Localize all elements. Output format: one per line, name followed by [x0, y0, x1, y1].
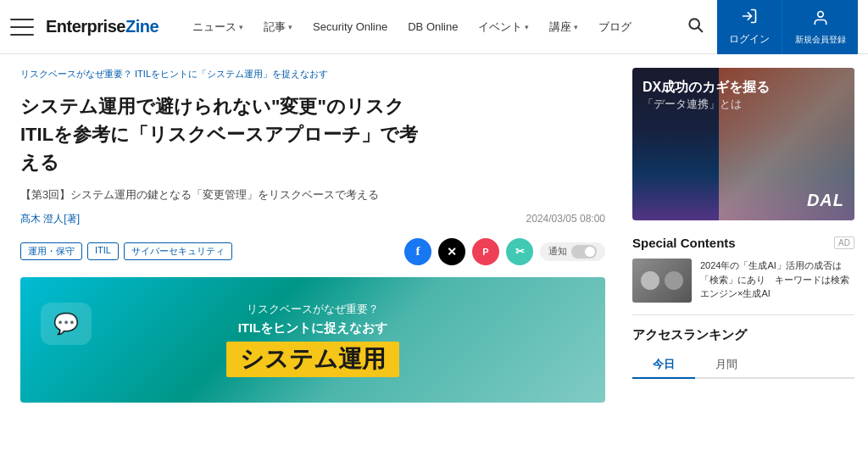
ranking-title: アクセスランキング [632, 327, 854, 343]
toggle-switch-icon [571, 245, 597, 259]
thumbnail-image [632, 259, 692, 303]
hamburger-menu-icon[interactable] [10, 19, 34, 36]
ad-banner-subtitle: 「データ連携」とは [643, 97, 844, 112]
article-author[interactable]: 髙木 澄人[著] [20, 212, 80, 226]
main-container: リスクベースがなぜ重要？ ITILをヒントに「システム運用」を捉えなおす システ… [0, 54, 868, 456]
image-text-1: リスクベースがなぜ重要？ [247, 302, 379, 317]
chevron-down-icon: ▾ [288, 23, 292, 31]
chevron-down-icon: ▾ [239, 23, 243, 31]
tag-cybersecurity[interactable]: サイバーセキュリティ [124, 242, 232, 260]
special-content-item[interactable]: 2024年の「生成AI」活用の成否は「検索」にあり キーワードは検索エンジン×生… [632, 259, 854, 303]
image-text-3: システム運用 [226, 342, 399, 377]
main-nav: ニュース ▾ 記事 ▾ Security Online DB Online イベ… [184, 13, 673, 42]
article-meta: 髙木 澄人[著] 2024/03/05 08:00 [20, 212, 605, 226]
nav-item-blog[interactable]: ブログ [590, 13, 640, 42]
ranking-tabs: 今日 月間 [632, 352, 854, 379]
special-contents-title: Special Contents [632, 236, 736, 250]
article-subtitle: 【第3回】システム運用の鍵となる「変更管理」をリスクベースで考える [20, 186, 605, 203]
person-icon [812, 9, 829, 31]
chevron-down-icon: ▾ [574, 23, 578, 31]
divider [632, 314, 854, 315]
nav-item-courses[interactable]: 講座 ▾ [541, 13, 587, 42]
login-icon [741, 8, 758, 29]
x-share-button[interactable]: ✕ [438, 238, 465, 265]
special-contents-header: Special Contents AD [632, 236, 854, 250]
notify-toggle[interactable]: 通知 [540, 242, 605, 261]
ranking-section: アクセスランキング 今日 月間 [632, 327, 854, 379]
search-button[interactable] [673, 8, 717, 46]
special-content-thumbnail [632, 259, 692, 303]
article-date: 2024/03/05 08:00 [526, 213, 605, 225]
breadcrumb[interactable]: リスクベースがなぜ重要？ ITILをヒントに「システム運用」を捉えなおす [20, 68, 605, 81]
ranking-tab-monthly[interactable]: 月間 [695, 352, 758, 379]
header-right: ログイン 新規会員登録 [673, 0, 858, 54]
article-image: 💬 リスクベースがなぜ重要？ ITILをヒントに捉えなおす システム運用 [20, 277, 605, 403]
tags-and-social: 運用・保守 ITIL サイバーセキュリティ f ✕ P ✂ 通知 [20, 238, 605, 265]
tag-list: 運用・保守 ITIL サイバーセキュリティ [20, 242, 232, 260]
nav-item-news[interactable]: ニュース ▾ [184, 13, 252, 42]
social-icons: f ✕ P ✂ 通知 [404, 238, 605, 265]
pocket-share-button[interactable]: P [472, 238, 499, 265]
tag-itil[interactable]: ITIL [87, 242, 119, 260]
sidebar: DX成功のカギを握る 「データ連携」とは DAL Special Content… [622, 54, 868, 456]
clip-share-button[interactable]: ✂ [506, 238, 533, 265]
nav-item-db[interactable]: DB Online [399, 14, 466, 40]
ad-banner-overlay: DX成功のカギを握る 「データ連携」とは DAL [632, 68, 854, 220]
ranking-tab-today[interactable]: 今日 [632, 352, 695, 379]
facebook-share-button[interactable]: f [404, 238, 431, 265]
special-content-text: 2024年の「生成AI」活用の成否は「検索」にあり キーワードは検索エンジン×生… [700, 259, 854, 303]
ad-label: AD [834, 236, 854, 249]
site-logo[interactable]: EnterpriseZine [46, 17, 159, 36]
ad-banner-title: DX成功のカギを握る [643, 78, 844, 97]
nav-item-events[interactable]: イベント ▾ [470, 13, 537, 42]
nav-item-articles[interactable]: 記事 ▾ [255, 13, 301, 42]
ad-banner[interactable]: DX成功のカギを握る 「データ連携」とは DAL [632, 68, 854, 220]
chevron-down-icon: ▾ [525, 23, 529, 31]
image-text-2: ITILをヒントに捉えなおす [238, 320, 388, 336]
nav-item-security[interactable]: Security Online [304, 14, 396, 40]
site-header: EnterpriseZine ニュース ▾ 記事 ▾ Security Onli… [0, 0, 868, 54]
svg-line-1 [698, 28, 703, 32]
special-contents-section: Special Contents AD 2024年の「生成AI」活用の成否は「検… [632, 236, 854, 303]
ad-banner-logo: DAL [807, 191, 844, 210]
login-button[interactable]: ログイン [717, 0, 782, 54]
content-area: リスクベースがなぜ重要？ ITILをヒントに「システム運用」を捉えなおす システ… [0, 54, 622, 456]
register-button[interactable]: 新規会員登録 [782, 0, 858, 54]
chat-bubble-icon: 💬 [41, 303, 92, 345]
tag-operations[interactable]: 運用・保守 [20, 242, 82, 260]
article-title: システム運用で避けられない"変更"のリスク ITILを参考に「リスクベースアプロ… [20, 92, 605, 176]
svg-point-3 [817, 11, 823, 17]
